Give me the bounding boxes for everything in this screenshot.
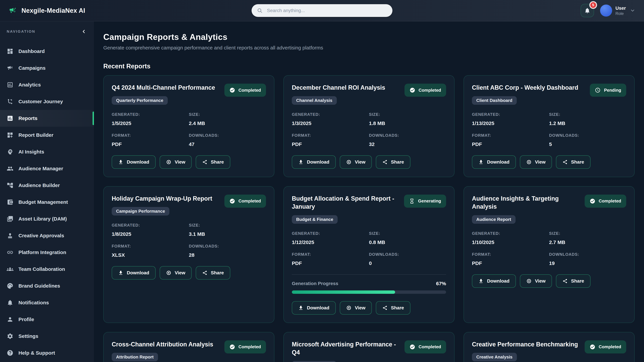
sidebar-item-analytics[interactable]: Analytics bbox=[0, 76, 94, 93]
download-icon bbox=[118, 159, 124, 165]
meta-size: SIZE: 2.4 MB bbox=[189, 112, 266, 126]
report-category-tag: Platform-Specific bbox=[292, 361, 336, 362]
sidebar-item-team-collaboration[interactable]: Team Collaboration bbox=[0, 261, 94, 278]
share-icon bbox=[562, 278, 568, 284]
bar-chart-icon bbox=[7, 81, 14, 88]
view-button[interactable]: View bbox=[160, 266, 192, 280]
sidebar-item-brand-guidelines[interactable]: Brand Guidelines bbox=[0, 278, 94, 294]
meta-value: 3.1 MB bbox=[189, 231, 205, 237]
view-button[interactable]: View bbox=[340, 155, 372, 169]
sidebar-item-report-builder[interactable]: Report Builder bbox=[0, 127, 94, 143]
report-card: Cross-Channel Attribution Analysis Attri… bbox=[103, 332, 274, 362]
sidebar-item-profile[interactable]: Profile bbox=[0, 311, 94, 328]
gear-icon bbox=[7, 333, 14, 340]
palette-icon bbox=[7, 283, 14, 289]
route-icon bbox=[7, 98, 14, 105]
share-button[interactable]: Share bbox=[376, 301, 410, 315]
card-header-left: Q4 2024 Multi-Channel Performance Quarte… bbox=[112, 84, 215, 105]
search-input[interactable] bbox=[266, 7, 387, 13]
share-button[interactable]: Share bbox=[556, 155, 590, 169]
report-category-tag: Audience Report bbox=[472, 215, 516, 224]
download-button[interactable]: Download bbox=[472, 155, 516, 169]
photo-library-icon bbox=[7, 216, 14, 222]
sidebar-item-notifications[interactable]: Notifications bbox=[0, 294, 94, 311]
view-button[interactable]: View bbox=[340, 301, 372, 315]
meta-value: 47 bbox=[189, 141, 194, 147]
link-icon bbox=[7, 249, 14, 256]
share-button-label: Share bbox=[571, 159, 584, 165]
sidebar-collapse-button[interactable] bbox=[80, 28, 87, 35]
meta-label: SIZE: bbox=[189, 112, 266, 117]
card-actions: Download View Share bbox=[472, 155, 626, 169]
report-card: Client ABC Corp - Weekly Dashboard Clien… bbox=[464, 75, 634, 177]
sidebar-item-ai-insights[interactable]: AI Insights bbox=[0, 143, 94, 160]
megaphone-icon bbox=[7, 65, 14, 71]
sidebar-item-platform-integration[interactable]: Platform Integration bbox=[0, 244, 94, 261]
sidebar-item-label: Creative Approvals bbox=[18, 233, 64, 239]
meta-generated: GENERATED: 1/5/2025 bbox=[112, 112, 189, 126]
sidebar-item-audience-manager[interactable]: Audience Manager bbox=[0, 160, 94, 177]
eye-icon bbox=[526, 159, 532, 165]
view-button[interactable]: View bbox=[520, 274, 552, 288]
sidebar-item-reports[interactable]: Reports bbox=[0, 110, 94, 127]
download-button[interactable]: Download bbox=[292, 155, 336, 169]
status-badge: Completed bbox=[224, 195, 266, 208]
share-button[interactable]: Share bbox=[556, 274, 590, 288]
sidebar-item-creative-approvals[interactable]: Creative Approvals bbox=[0, 227, 94, 244]
sidebar-item-settings[interactable]: Settings bbox=[0, 328, 94, 345]
sidebar-item-customer-journey[interactable]: Customer Journey bbox=[0, 93, 94, 110]
grid-plus-icon bbox=[7, 132, 14, 138]
progress-row: Generation Progress 67% bbox=[292, 281, 446, 286]
sidebar-item-audience-builder[interactable]: Audience Builder bbox=[0, 177, 94, 194]
download-button[interactable]: Download bbox=[292, 301, 336, 315]
meta-label: FORMAT: bbox=[472, 252, 549, 257]
app-window: Nexgile-MediaNex AI 5 User Role bbox=[0, 0, 644, 362]
download-button[interactable]: Download bbox=[112, 266, 156, 280]
report-category-tag: Quarterly Performance bbox=[112, 96, 168, 105]
user-text: User Role bbox=[616, 5, 626, 16]
meta-format: FORMAT: PDF bbox=[292, 252, 369, 266]
sidebar-item-budget-management[interactable]: Budget Management bbox=[0, 194, 94, 211]
card-header: Creative Performance Benchmarking Creati… bbox=[472, 340, 626, 362]
meta-label: SIZE: bbox=[369, 231, 446, 236]
download-icon bbox=[478, 278, 484, 284]
meta-label: GENERATED: bbox=[472, 231, 549, 236]
share-button-label: Share bbox=[571, 278, 584, 284]
sidebar-item-help-support[interactable]: Help & Support bbox=[0, 345, 94, 361]
report-meta: GENERATED: 1/8/2025 SIZE: 3.1 MB FORMAT:… bbox=[112, 223, 266, 258]
meta-label: FORMAT: bbox=[472, 133, 549, 138]
notifications-button[interactable]: 5 bbox=[580, 4, 594, 17]
share-button[interactable]: Share bbox=[196, 266, 230, 280]
status-label: Completed bbox=[238, 88, 261, 93]
share-button[interactable]: Share bbox=[196, 155, 230, 169]
meta-label: FORMAT: bbox=[112, 244, 189, 249]
report-card: Budget Allocation & Spend Report - Janua… bbox=[284, 186, 454, 323]
meta-size: SIZE: 2.7 MB bbox=[549, 231, 626, 245]
sidebar-item-asset-library-dam[interactable]: Asset Library (DAM) bbox=[0, 211, 94, 227]
status-label: Pending bbox=[604, 88, 621, 93]
page-title: Campaign Reports & Analytics bbox=[103, 32, 634, 42]
meta-value: 0 bbox=[369, 260, 372, 266]
sidebar-item-label: AI Insights bbox=[18, 149, 44, 155]
view-button[interactable]: View bbox=[160, 155, 192, 169]
status-label: Completed bbox=[599, 198, 621, 204]
meta-label: GENERATED: bbox=[292, 231, 369, 236]
progress-fill bbox=[292, 291, 395, 294]
download-button[interactable]: Download bbox=[472, 274, 516, 288]
download-button-label: Download bbox=[127, 159, 149, 165]
share-button[interactable]: Share bbox=[376, 155, 410, 169]
report-meta: GENERATED: 1/3/2025 SIZE: 1.8 MB FORMAT:… bbox=[292, 112, 446, 147]
report-meta: GENERATED: 1/12/2025 SIZE: 0.8 MB FORMAT… bbox=[292, 231, 446, 266]
view-button[interactable]: View bbox=[520, 155, 552, 169]
card-header-left: Creative Performance Benchmarking Creati… bbox=[472, 340, 578, 362]
view-button-label: View bbox=[175, 159, 185, 165]
bell-icon bbox=[7, 299, 14, 306]
user-menu[interactable]: User Role bbox=[600, 4, 635, 16]
share-button-label: Share bbox=[211, 270, 224, 276]
report-card: Audience Insights & Targeting Analysis A… bbox=[464, 186, 634, 323]
meta-value: PDF bbox=[112, 141, 122, 147]
sidebar-item-dashboard[interactable]: Dashboard bbox=[0, 43, 94, 60]
sidebar-item-campaigns[interactable]: Campaigns bbox=[0, 60, 94, 76]
card-header-left: Cross-Channel Attribution Analysis Attri… bbox=[112, 340, 213, 362]
download-button[interactable]: Download bbox=[112, 155, 156, 169]
